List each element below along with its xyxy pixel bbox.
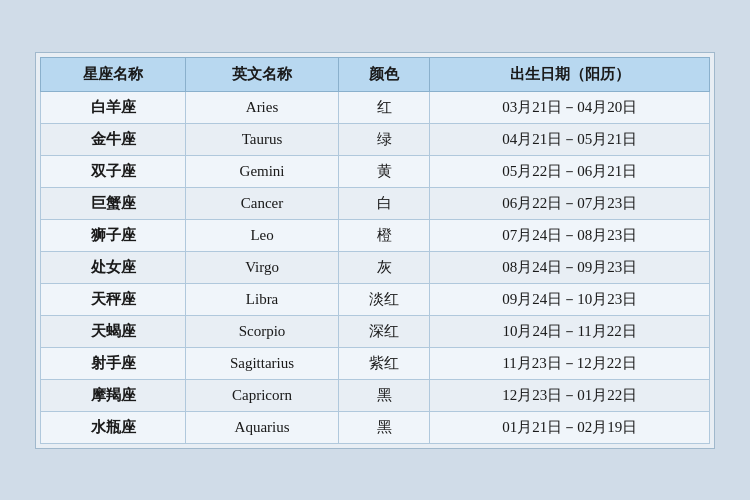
cell-dates: 08月24日－09月23日 (430, 251, 710, 283)
table-header-row: 星座名称 英文名称 颜色 出生日期（阳历） (41, 57, 710, 91)
cell-english-name: Libra (186, 283, 339, 315)
header-dates: 出生日期（阳历） (430, 57, 710, 91)
cell-dates: 04月21日－05月21日 (430, 123, 710, 155)
cell-dates: 10月24日－11月22日 (430, 315, 710, 347)
cell-dates: 07月24日－08月23日 (430, 219, 710, 251)
cell-chinese-name: 狮子座 (41, 219, 186, 251)
table-row: 天蝎座Scorpio深红10月24日－11月22日 (41, 315, 710, 347)
cell-dates: 06月22日－07月23日 (430, 187, 710, 219)
cell-english-name: Leo (186, 219, 339, 251)
table-row: 射手座Sagittarius紫红11月23日－12月22日 (41, 347, 710, 379)
header-color: 颜色 (338, 57, 429, 91)
table-body: 白羊座Aries红03月21日－04月20日金牛座Taurus绿04月21日－0… (41, 91, 710, 443)
cell-english-name: Virgo (186, 251, 339, 283)
cell-english-name: Scorpio (186, 315, 339, 347)
cell-chinese-name: 摩羯座 (41, 379, 186, 411)
cell-english-name: Sagittarius (186, 347, 339, 379)
cell-color: 淡红 (338, 283, 429, 315)
cell-color: 紫红 (338, 347, 429, 379)
cell-english-name: Gemini (186, 155, 339, 187)
cell-dates: 05月22日－06月21日 (430, 155, 710, 187)
cell-chinese-name: 天蝎座 (41, 315, 186, 347)
table-row: 白羊座Aries红03月21日－04月20日 (41, 91, 710, 123)
cell-chinese-name: 白羊座 (41, 91, 186, 123)
cell-color: 灰 (338, 251, 429, 283)
table-row: 金牛座Taurus绿04月21日－05月21日 (41, 123, 710, 155)
cell-color: 绿 (338, 123, 429, 155)
header-english-name: 英文名称 (186, 57, 339, 91)
cell-english-name: Aquarius (186, 411, 339, 443)
cell-chinese-name: 双子座 (41, 155, 186, 187)
cell-english-name: Taurus (186, 123, 339, 155)
cell-color: 黑 (338, 379, 429, 411)
table-row: 巨蟹座Cancer白06月22日－07月23日 (41, 187, 710, 219)
cell-dates: 12月23日－01月22日 (430, 379, 710, 411)
cell-color: 红 (338, 91, 429, 123)
cell-english-name: Cancer (186, 187, 339, 219)
cell-chinese-name: 处女座 (41, 251, 186, 283)
table-row: 处女座Virgo灰08月24日－09月23日 (41, 251, 710, 283)
cell-chinese-name: 金牛座 (41, 123, 186, 155)
cell-color: 深红 (338, 315, 429, 347)
cell-color: 黄 (338, 155, 429, 187)
cell-color: 黑 (338, 411, 429, 443)
cell-chinese-name: 巨蟹座 (41, 187, 186, 219)
cell-chinese-name: 水瓶座 (41, 411, 186, 443)
header-chinese-name: 星座名称 (41, 57, 186, 91)
table-row: 摩羯座Capricorn黑12月23日－01月22日 (41, 379, 710, 411)
zodiac-table-container: 星座名称 英文名称 颜色 出生日期（阳历） 白羊座Aries红03月21日－04… (35, 52, 715, 449)
table-row: 双子座Gemini黄05月22日－06月21日 (41, 155, 710, 187)
cell-dates: 01月21日－02月19日 (430, 411, 710, 443)
table-row: 狮子座Leo橙07月24日－08月23日 (41, 219, 710, 251)
cell-english-name: Capricorn (186, 379, 339, 411)
zodiac-table: 星座名称 英文名称 颜色 出生日期（阳历） 白羊座Aries红03月21日－04… (40, 57, 710, 444)
table-row: 水瓶座Aquarius黑01月21日－02月19日 (41, 411, 710, 443)
cell-dates: 11月23日－12月22日 (430, 347, 710, 379)
cell-color: 白 (338, 187, 429, 219)
cell-dates: 09月24日－10月23日 (430, 283, 710, 315)
cell-english-name: Aries (186, 91, 339, 123)
cell-dates: 03月21日－04月20日 (430, 91, 710, 123)
cell-chinese-name: 天秤座 (41, 283, 186, 315)
cell-color: 橙 (338, 219, 429, 251)
table-row: 天秤座Libra淡红09月24日－10月23日 (41, 283, 710, 315)
cell-chinese-name: 射手座 (41, 347, 186, 379)
